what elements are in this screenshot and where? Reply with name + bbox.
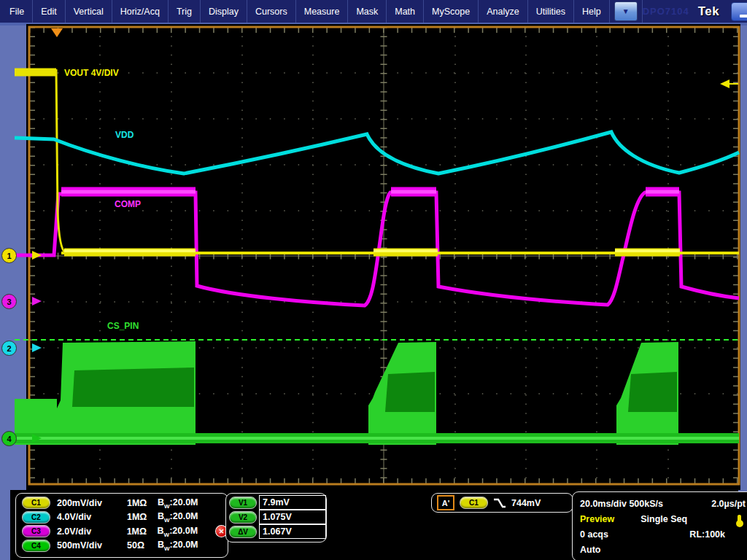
trigger-readout-box[interactable]: A' C1 744mV xyxy=(431,493,573,513)
trigger-label: A' xyxy=(437,495,454,510)
trigger-source-pill[interactable]: C1 xyxy=(460,497,488,509)
cursor-pill-delta-v[interactable]: ΔV xyxy=(229,526,257,538)
channel-scale-c4: 500mV/div xyxy=(57,540,127,551)
cursor-row-dv: ΔV 1.067V xyxy=(229,524,326,539)
channel-readout-row-c2[interactable]: C2 4.0V/div 1MΩ BW:20.0M xyxy=(22,510,228,525)
tek-logo: Tek xyxy=(698,4,720,19)
channel-pill-c4[interactable]: C4 xyxy=(22,540,50,552)
cursor-value-v1: 7.9mV xyxy=(259,495,326,510)
chevron-down-icon: ▼ xyxy=(622,7,630,15)
scope-display xyxy=(26,24,740,490)
menu-item-display[interactable]: Display xyxy=(201,0,247,23)
model-label: DPO7104 xyxy=(643,6,689,17)
trace-label-ch1: VOUT 4V/DIV xyxy=(64,68,119,78)
trace-label-ch4: CS_PIN xyxy=(107,321,139,331)
acq-count-row: 0 acqs RL:100k xyxy=(580,526,746,542)
channel-bandwidth-c4: BW:20.0M xyxy=(158,540,198,552)
channel-pill-c2[interactable]: C2 xyxy=(22,511,50,524)
trigger-mode: Auto xyxy=(580,545,600,555)
menu-item-trig[interactable]: Trig xyxy=(169,0,201,23)
channel-readout-row-c4[interactable]: C4 500mV/div 50Ω BW:20.0M xyxy=(22,539,228,553)
title-bar: DPO7104 Tek X xyxy=(643,0,747,23)
cursor-row-v1: V1 7.9mV xyxy=(229,495,326,510)
resolution-value: 2.0µs/pt xyxy=(711,499,746,509)
trigger-level-value: 744mV xyxy=(511,498,541,508)
channel-marker-1[interactable]: 1 xyxy=(1,248,17,263)
thermometer-icon xyxy=(738,515,741,524)
menu-bar: File Edit Vertical Horiz/Acq Trig Displa… xyxy=(0,0,747,23)
menu-item-vertical[interactable]: Vertical xyxy=(66,0,112,23)
channel-impedance-c3: 1MΩ xyxy=(127,526,158,537)
cursor-row-v2: V2 1.075V xyxy=(229,510,326,524)
channel-impedance-c1: 1MΩ xyxy=(127,498,158,508)
channel-bandwidth-c1: BW:20.0M xyxy=(158,497,198,510)
trace-label-ch2: VDD xyxy=(115,130,133,140)
channel-impedance-c2: 1MΩ xyxy=(127,512,158,522)
menu-overflow: ▼ xyxy=(610,0,643,23)
minimize-button[interactable] xyxy=(731,2,747,21)
menu-item-math[interactable]: Math xyxy=(387,0,424,23)
menu-dropdown-button[interactable]: ▼ xyxy=(614,1,638,21)
cursor-value-v2: 1.075V xyxy=(259,510,326,524)
channel-pill-c3[interactable]: C3 xyxy=(22,525,50,537)
channel-pill-c1[interactable]: C1 xyxy=(22,497,50,509)
acq-status-row: Preview Single Seq xyxy=(580,511,746,526)
channel-marker-4[interactable]: 4 xyxy=(1,431,17,446)
channel-bandwidth-c3: BW:20.0M xyxy=(158,526,198,538)
menu-item-analyze[interactable]: Analyze xyxy=(479,0,527,23)
cursor-readouts-box: V1 7.9mV V2 1.075V ΔV 1.067V xyxy=(225,493,327,542)
channel-readout-row-c3[interactable]: C3 2.0V/div 1MΩ BW:20.0M ✕ xyxy=(22,524,228,539)
menu-item-utilities[interactable]: Utilities xyxy=(528,0,574,23)
menu-item-horiz-acq[interactable]: Horiz/Acq xyxy=(112,0,169,23)
oscilloscope-screen: File Edit Vertical Horiz/Acq Trig Displa… xyxy=(0,0,747,560)
timebase-value: 20.0ms/div 500kS/s xyxy=(580,499,663,509)
preview-status: Preview xyxy=(580,514,614,524)
timebase-row: 20.0ms/div 500kS/s 2.0µs/pt xyxy=(580,496,746,511)
minimize-icon xyxy=(740,15,747,18)
channel-bandwidth-c2: BW:20.0M xyxy=(158,511,198,524)
cursor-pill-v1[interactable]: V1 xyxy=(229,497,257,509)
menu-item-measure[interactable]: Measure xyxy=(296,0,349,23)
cursor-pill-v2[interactable]: V2 xyxy=(229,511,257,524)
channel-scale-c1: 200mV/div xyxy=(57,498,127,508)
horizontal-readout-box[interactable]: 20.0ms/div 500kS/s 2.0µs/pt Preview Sing… xyxy=(572,491,747,560)
menu-item-edit[interactable]: Edit xyxy=(33,0,66,23)
cursor-value-delta-v: 1.067V xyxy=(259,524,326,539)
acquisition-count: 0 acqs xyxy=(580,529,608,540)
falling-edge-icon xyxy=(493,497,506,508)
channel-readout-row-c1[interactable]: C1 200mV/div 1MΩ BW:20.0M xyxy=(22,496,228,510)
channel-scale-c2: 4.0V/div xyxy=(57,512,127,522)
channel-scale-c3: 2.0V/div xyxy=(57,526,127,537)
trace-label-ch3: COMP xyxy=(115,199,141,209)
channel-impedance-c4: 50Ω xyxy=(127,540,158,551)
channel-marker-3[interactable]: 3 xyxy=(1,294,17,309)
trigger-mode-row: Auto xyxy=(580,542,746,557)
menu-item-myscope[interactable]: MyScope xyxy=(424,0,479,23)
menu-item-help[interactable]: Help xyxy=(574,0,610,23)
menu-item-mask[interactable]: Mask xyxy=(348,0,387,23)
channel-marker-2[interactable]: 2 xyxy=(1,341,17,356)
channel-readouts-box: C1 200mV/div 1MΩ BW:20.0M C2 4.0V/div 1M… xyxy=(15,493,228,558)
menu-item-file[interactable]: File xyxy=(0,0,33,23)
menu-item-cursors[interactable]: Cursors xyxy=(247,0,296,23)
record-length: RL:100k xyxy=(689,529,725,540)
acq-mode: Single Seq xyxy=(640,514,687,524)
